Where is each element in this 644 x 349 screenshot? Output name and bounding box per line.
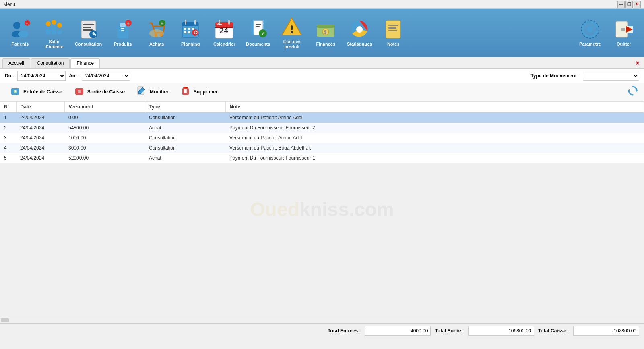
tab-consultation[interactable]: Consultation — [31, 58, 70, 68]
svg-rect-21 — [121, 30, 124, 31]
svg-text:Avr: Avr — [217, 23, 222, 26]
table-row[interactable]: 1 24/04/2024 0.00 Consultation Versement… — [0, 112, 644, 123]
svg-rect-14 — [83, 27, 91, 28]
svg-point-56 — [291, 31, 293, 33]
nav-bar: + Patients Salled'Attente — [0, 9, 644, 57]
title-bar-controls: — ❐ ✕ — [617, 1, 641, 8]
restore-button[interactable]: ❐ — [625, 1, 633, 8]
nav-notes-label: Notes — [387, 42, 400, 47]
svg-point-3 — [18, 31, 29, 37]
svg-rect-32 — [194, 20, 196, 25]
action-toolbar: Entrée de Caisse Sortie de Caisse Mo — [0, 83, 644, 102]
nav-notes[interactable]: Notes — [377, 11, 409, 55]
svg-rect-79 — [15, 90, 16, 92]
svg-rect-33 — [184, 28, 186, 30]
cell-note: Versement du Patient: Boua Abdelhak — [225, 143, 644, 153]
entree-caisse-button[interactable]: Entrée de Caisse — [6, 83, 66, 100]
total-caisse-value — [573, 326, 639, 336]
col-num: N° — [0, 102, 16, 112]
svg-text:+: + — [26, 21, 28, 25]
refresh-button[interactable] — [627, 85, 638, 99]
table-row[interactable]: 2 24/04/2024 54800.00 Achat Payment Du F… — [0, 123, 644, 133]
tab-accueil[interactable]: Accueil — [2, 58, 30, 68]
nav-etat-produit[interactable]: Etat desproduit — [276, 11, 308, 55]
svg-text:+: + — [161, 21, 163, 26]
col-type: Type — [145, 102, 225, 112]
table-row[interactable]: 5 24/04/2024 52000.00 Achat Payment Du F… — [0, 153, 644, 163]
nav-quitter[interactable]: Quitter — [608, 11, 640, 55]
svg-rect-86 — [184, 87, 187, 88]
notes-icon — [383, 19, 404, 40]
supprimer-button[interactable]: Supprimer — [176, 83, 222, 100]
sortie-caisse-icon — [74, 85, 85, 99]
au-select[interactable]: 24/04/2024 — [82, 71, 130, 81]
nav-salle-attente[interactable]: Salled'Attente — [38, 11, 70, 55]
type-mouvement-label: Type de Mouvement : — [530, 73, 580, 79]
nav-parametre[interactable]: Parametre — [574, 11, 606, 55]
svg-rect-19 — [120, 23, 126, 27]
cell-type: Achat — [145, 153, 225, 163]
table-header-row: N° Date Versement Type Note — [0, 102, 644, 112]
documents-icon: ✓ — [248, 19, 268, 40]
cell-num: 1 — [0, 112, 16, 123]
nav-quitter-label: Quitter — [617, 42, 631, 47]
salle-attente-icon — [43, 17, 64, 37]
cell-type: Achat — [145, 123, 225, 133]
col-date: Date — [16, 102, 64, 112]
cell-num: 3 — [0, 133, 16, 143]
cell-versement: 3000.00 — [64, 143, 145, 153]
entree-caisse-label: Entrée de Caisse — [23, 89, 62, 95]
statistiques-icon — [349, 19, 370, 40]
main-content: Accueil Consultation Finance ✕ Du : 24/0… — [0, 57, 644, 338]
nav-produits[interactable]: + Produits — [107, 11, 139, 55]
nav-consultation[interactable]: ✎ Consultation — [72, 11, 105, 55]
cell-num: 2 — [0, 123, 16, 133]
close-button[interactable]: ✕ — [634, 1, 641, 8]
svg-point-9 — [46, 21, 51, 26]
svg-point-0 — [13, 22, 21, 29]
minimize-button[interactable]: — — [617, 1, 625, 8]
nav-achats[interactable]: + Achats — [140, 11, 173, 55]
svg-text:⏱: ⏱ — [194, 30, 198, 35]
hscroll-bar[interactable] — [0, 317, 644, 323]
nav-planning[interactable]: ⏱ Planning — [174, 11, 206, 55]
quitter-icon — [613, 19, 634, 40]
nav-documents-label: Documents — [246, 42, 270, 47]
cell-date: 24/04/2024 — [16, 143, 64, 153]
type-mouvement-select[interactable] — [583, 71, 639, 81]
nav-consultation-label: Consultation — [75, 42, 102, 47]
col-versement: Versement — [64, 102, 145, 112]
svg-point-70 — [593, 31, 597, 34]
cell-date: 24/04/2024 — [16, 133, 64, 143]
svg-rect-65 — [388, 30, 397, 31]
nav-finances-label: Finances — [316, 42, 335, 47]
svg-rect-13 — [83, 24, 94, 25]
svg-rect-31 — [185, 20, 186, 25]
svg-rect-64 — [388, 27, 396, 29]
planning-icon: ⏱ — [180, 19, 201, 40]
au-label: Au : — [69, 73, 78, 79]
sortie-caisse-button[interactable]: Sortie de Caisse — [70, 83, 129, 100]
nav-patients[interactable]: + Patients — [4, 11, 36, 55]
nav-statistiques[interactable]: Statistiques — [343, 11, 376, 55]
nav-documents[interactable]: ✓ Documents — [242, 11, 274, 55]
tab-close-button[interactable]: ✕ — [634, 60, 642, 66]
table-body: 1 24/04/2024 0.00 Consultation Versement… — [0, 112, 644, 163]
table-row[interactable]: 3 24/04/2024 1000.00 Consultation Versem… — [0, 133, 644, 143]
svg-rect-75 — [621, 28, 625, 31]
cell-num: 5 — [0, 153, 16, 163]
patients-icon: + — [10, 19, 31, 40]
svg-text:+: + — [127, 21, 130, 26]
total-entrees-label: Total Entrées : — [328, 328, 361, 334]
modifier-button[interactable]: Modifier — [132, 83, 173, 100]
du-select[interactable]: 24/04/2024 — [17, 71, 66, 81]
nav-calendrier[interactable]: 24 Avr Calendrier — [208, 11, 240, 55]
modifier-label: Modifier — [150, 89, 169, 95]
nav-finances[interactable]: $ Finances — [310, 11, 342, 55]
svg-rect-58 — [317, 25, 334, 28]
svg-point-69 — [593, 25, 597, 28]
supprimer-label: Supprimer — [194, 89, 218, 95]
tab-finance[interactable]: Finance — [70, 58, 100, 68]
table-row[interactable]: 4 24/04/2024 3000.00 Consultation Versem… — [0, 143, 644, 153]
svg-rect-63 — [388, 25, 398, 26]
